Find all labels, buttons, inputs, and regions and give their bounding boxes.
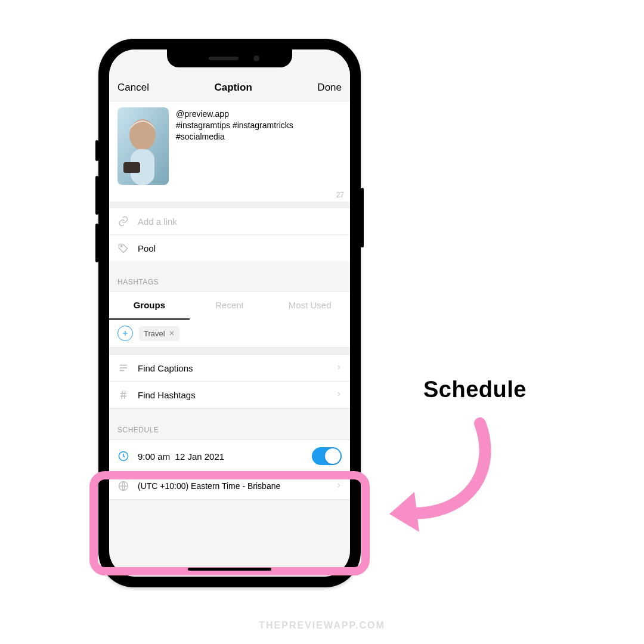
find-hashtags-label: Find Hashtags — [138, 390, 327, 400]
globe-icon — [117, 480, 129, 492]
phone-frame: Cancel Caption Done — [98, 39, 361, 587]
clock-icon — [117, 450, 129, 462]
find-hashtags-row[interactable]: Find Hashtags — [109, 381, 350, 408]
phone-screen: Cancel Caption Done — [109, 49, 350, 577]
add-hashtag-group-button[interactable] — [117, 326, 133, 341]
location-row[interactable]: Pool — [109, 234, 350, 261]
page-title: Caption — [215, 82, 252, 94]
tag-icon — [117, 242, 129, 254]
schedule-time-value: 9:00 am 12 Jan 2021 — [138, 451, 304, 462]
annotation-arrow-icon — [379, 417, 510, 537]
chevron-right-icon — [336, 390, 342, 400]
schedule-toggle[interactable] — [312, 447, 342, 465]
timezone-row[interactable]: (UTC +10:00) Eastern Time - Brisbane — [109, 472, 350, 500]
svg-rect-3 — [123, 162, 140, 173]
volume-up-button — [95, 176, 98, 215]
svg-point-1 — [129, 119, 156, 150]
cancel-button[interactable]: Cancel — [117, 82, 149, 94]
hashtag-group-name: Travel — [144, 329, 165, 338]
silence-switch — [95, 140, 98, 161]
char-count: 27 — [109, 188, 350, 202]
find-captions-row[interactable]: Find Captions — [109, 354, 350, 381]
schedule-time-row[interactable]: 9:00 am 12 Jan 2021 — [109, 439, 350, 472]
done-button[interactable]: Done — [317, 82, 342, 94]
home-indicator — [188, 568, 271, 571]
chevron-right-icon — [336, 481, 342, 491]
caption-editor[interactable]: @preview.app #instagramtips #instagramtr… — [109, 101, 350, 188]
remove-chip-icon[interactable]: ✕ — [169, 329, 175, 338]
post-thumbnail[interactable] — [117, 107, 169, 185]
add-link-placeholder: Add a link — [138, 216, 342, 227]
tab-groups[interactable]: Groups — [109, 292, 190, 320]
schedule-header: SCHEDULE — [109, 409, 350, 439]
svg-point-4 — [121, 246, 122, 247]
tab-most-used[interactable]: Most Used — [270, 292, 350, 320]
navbar: Cancel Caption Done — [109, 78, 350, 101]
find-captions-label: Find Captions — [138, 363, 327, 373]
app-screen: Cancel Caption Done — [109, 49, 350, 577]
chevron-right-icon — [336, 363, 342, 373]
hashtag-groups-row: Travel ✕ — [109, 320, 350, 348]
power-button — [361, 188, 364, 247]
location-value: Pool — [138, 243, 342, 253]
hashtags-header: HASHTAGS — [109, 261, 350, 291]
lines-icon — [117, 362, 129, 374]
annotation-label: Schedule — [423, 377, 527, 402]
tab-recent[interactable]: Recent — [190, 292, 270, 320]
notch — [167, 49, 292, 67]
link-icon — [117, 215, 129, 227]
add-link-row[interactable]: Add a link — [109, 208, 350, 234]
caption-text[interactable]: @preview.app #instagramtips #instagramtr… — [176, 107, 293, 185]
hash-icon — [117, 389, 129, 401]
volume-down-button — [95, 224, 98, 262]
hashtag-group-chip[interactable]: Travel ✕ — [139, 326, 179, 341]
watermark: THEPREVIEWAPP.COM — [259, 620, 385, 631]
timezone-value: (UTC +10:00) Eastern Time - Brisbane — [138, 481, 327, 491]
hashtag-tabs: Groups Recent Most Used — [109, 291, 350, 320]
